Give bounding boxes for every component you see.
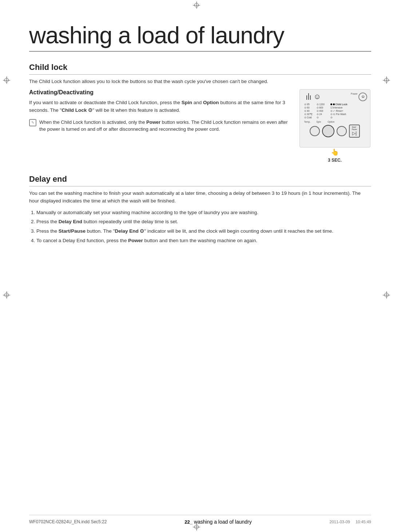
power-button-icon: ⏻ bbox=[358, 92, 367, 101]
footer: WF0702NCE-02824U_EN.indd Sec5:22 22_ was… bbox=[29, 515, 371, 525]
option-label: Option bbox=[328, 121, 334, 123]
panel-controls: Start/Pause ▷| bbox=[303, 125, 367, 138]
footer-file-info: WF0702NCE-02824U_EN.indd Sec5:22 bbox=[29, 519, 107, 524]
child-lock-indicator: Child Lock bbox=[330, 103, 356, 106]
content-area: washing a load of laundry Child lock The… bbox=[29, 22, 371, 503]
spin-dial-group bbox=[322, 125, 334, 137]
delay-end-steps: Manually or automatically set your washi… bbox=[29, 209, 371, 244]
hand-area: 👆 3 SEC. bbox=[328, 148, 342, 163]
step-4: To cancel a Delay End function, press th… bbox=[36, 237, 371, 245]
start-pause-label: Start/Pause bbox=[352, 126, 357, 130]
child-lock-section: Child lock The Child Lock function allow… bbox=[29, 63, 371, 163]
temp-cold: ⊙ Cold bbox=[304, 116, 315, 119]
delay-end-section: Delay end You can set the washing machin… bbox=[29, 174, 371, 245]
panel-lines bbox=[306, 93, 311, 100]
footer-page-text: washing a load of laundry bbox=[194, 519, 252, 525]
panel-illustration: Power ⏻ ☺ ⊙ bbox=[298, 89, 371, 163]
spin-empty: ⊙ bbox=[317, 116, 329, 119]
child-lock-intro: The Child Lock function allows you to lo… bbox=[29, 78, 371, 86]
spin-800: ⊙ 800 bbox=[317, 106, 329, 109]
note-icon: ✎ bbox=[29, 119, 36, 126]
child-lock-text-col: Activating/Deactivating If you want to a… bbox=[29, 89, 291, 133]
note-text: When the Child Lock function is activate… bbox=[39, 119, 291, 133]
temp-60: ⊙ 60 bbox=[304, 106, 315, 109]
footer-date-time: 2011-03-09 10:45:49 bbox=[330, 520, 371, 524]
smiley-icon: ☺ bbox=[314, 92, 321, 101]
page: washing a load of laundry Child lock The… bbox=[0, 0, 393, 532]
temp-95: ⊙ 95 bbox=[304, 103, 315, 106]
temp-40: ⊙ 40 bbox=[304, 110, 315, 113]
activating-body: If you want to activate or deactivate th… bbox=[29, 99, 291, 114]
sec-label: 3 SEC. bbox=[328, 158, 342, 163]
temp-dial-group bbox=[310, 126, 320, 136]
hand-icon: 👆 bbox=[328, 148, 342, 156]
play-icon: ▷| bbox=[352, 131, 357, 135]
start-pause-button: Start/Pause ▷| bbox=[349, 125, 360, 138]
spin-label: Spin bbox=[316, 121, 321, 123]
step-3: Press the Start/Pause button. The "Delay… bbox=[36, 227, 371, 235]
spin-400: ⊙ 400 bbox=[317, 110, 329, 113]
prewash-indicator: ⊙ ⊙ Pre Wash bbox=[330, 113, 356, 116]
power-label: Power bbox=[351, 92, 357, 95]
temp-dial bbox=[310, 126, 320, 136]
spin-24: ⊙ 24 bbox=[317, 113, 329, 116]
child-lock-heading: Child lock bbox=[29, 63, 371, 75]
option-dial bbox=[337, 126, 347, 136]
spin-dial bbox=[322, 125, 334, 137]
activating-subheading: Activating/Deactivating bbox=[29, 89, 291, 96]
page-number: 22_ bbox=[184, 519, 192, 525]
child-lock-two-col: Activating/Deactivating If you want to a… bbox=[29, 89, 371, 163]
temp-30: ⊙ 30℃ bbox=[304, 113, 315, 116]
intensive-indicator: ☑ Intensive bbox=[330, 106, 356, 109]
temp-label: Temp. bbox=[304, 121, 311, 123]
option-empty: ⊙ bbox=[330, 116, 356, 119]
delay-end-heading: Delay end bbox=[29, 174, 371, 186]
spin-1200: ⊙ 1200 bbox=[317, 103, 329, 106]
step-2: Press the Delay End button repeatedly un… bbox=[36, 218, 371, 226]
panel-graphic: Power ⏻ ☺ ⊙ bbox=[299, 89, 370, 147]
delay-end-intro: You can set the washing machine to finis… bbox=[29, 189, 371, 205]
rinse-indicator: ⊙ ✓ Rinse+ bbox=[330, 110, 356, 113]
main-title: washing a load of laundry bbox=[29, 22, 371, 52]
option-dial-group bbox=[337, 126, 347, 136]
note-box: ✎ When the Child Lock function is activa… bbox=[29, 119, 291, 133]
step-1: Manually or automatically set your washi… bbox=[36, 209, 371, 217]
footer-time: 10:45:49 bbox=[356, 520, 371, 524]
footer-date: 2011-03-09 bbox=[330, 520, 350, 524]
footer-page-label: 22_ washing a load of laundry bbox=[184, 519, 251, 525]
